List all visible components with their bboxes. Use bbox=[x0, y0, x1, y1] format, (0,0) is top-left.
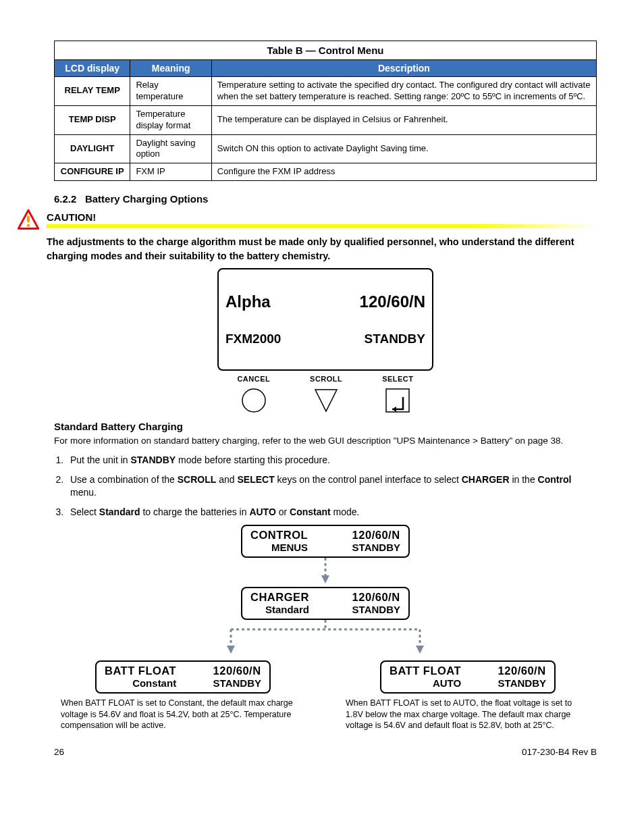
step-1: Put the unit in STANDBY mode before star… bbox=[66, 454, 597, 467]
table-row: RELAY TEMP Relay temperature Temperature… bbox=[55, 77, 597, 106]
table-b-control-menu: Table B — Control Menu LCD display Meani… bbox=[54, 41, 597, 181]
svg-point-2 bbox=[27, 224, 30, 228]
table-caption: Table B — Control Menu bbox=[54, 41, 597, 59]
steps-list: Put the unit in STANDBY mode before star… bbox=[66, 454, 597, 519]
arrow-down-icon bbox=[123, 558, 528, 587]
cell-desc: The temperature can be displayed in Cels… bbox=[211, 105, 596, 134]
th-meaning: Meaning bbox=[130, 60, 211, 77]
subheading-standard-charging: Standard Battery Charging bbox=[54, 421, 597, 432]
cell-lcd: DAYLIGHT bbox=[55, 134, 130, 163]
caption-auto: When BATT FLOAT is set to AUTO, the floa… bbox=[339, 698, 597, 731]
svg-point-3 bbox=[242, 389, 265, 412]
lcd-line1-left: Alpha bbox=[225, 292, 281, 311]
svg-marker-14 bbox=[416, 646, 424, 654]
svg-marker-4 bbox=[315, 390, 337, 411]
table-row: TEMP DISP Temperature display format The… bbox=[55, 105, 597, 134]
table-row: CONFIGURE IP FXM IP Configure the FXM IP… bbox=[55, 163, 597, 181]
caution-divider bbox=[47, 224, 597, 228]
caption-constant: When BATT FLOAT is set to Constant, the … bbox=[54, 698, 312, 731]
caution-block: CAUTION! The adjustments to the charge a… bbox=[17, 209, 597, 263]
lcd-control-menus: CONTROL MENUS 120/60/N STANDBY bbox=[241, 525, 410, 558]
svg-marker-8 bbox=[321, 575, 329, 583]
caution-text: The adjustments to the charge algorithm … bbox=[47, 235, 597, 263]
side-by-side-blocks: BATT FLOAT Constant 120/60/N STANDBY Whe… bbox=[54, 660, 597, 731]
lcd-charger: CHARGER Standard 120/60/N STANDBY bbox=[241, 587, 410, 620]
scroll-button-icon bbox=[310, 387, 342, 414]
menu-diagram: CONTROL MENUS 120/60/N STANDBY CHARGER S… bbox=[123, 525, 528, 659]
section-heading: 6.2.2 Battery Charging Options bbox=[54, 193, 597, 205]
step-2: Use a combination of the SCROLL and SELE… bbox=[66, 473, 597, 499]
lcd-batt-float-auto: BATT FLOAT AUTO 120/60/N STANDBY bbox=[380, 660, 556, 694]
scroll-label: SCROLL bbox=[310, 375, 342, 383]
cell-mean: Relay temperature bbox=[130, 77, 211, 106]
cell-mean: Daylight saving option bbox=[130, 134, 211, 163]
section-number: 6.2.2 bbox=[54, 193, 76, 205]
cell-mean: Temperature display format bbox=[130, 105, 211, 134]
page-footer: 26 017-230-B4 Rev B bbox=[54, 747, 597, 757]
cell-lcd: TEMP DISP bbox=[55, 105, 130, 134]
std-intro: For more information on standard battery… bbox=[54, 435, 597, 447]
doc-id: 017-230-B4 Rev B bbox=[522, 747, 597, 757]
th-lcd: LCD display bbox=[55, 60, 130, 77]
caution-icon bbox=[17, 209, 40, 234]
section-title: Battery Charging Options bbox=[85, 193, 209, 205]
select-button-icon bbox=[382, 387, 413, 414]
select-label: SELECT bbox=[382, 375, 413, 383]
cell-desc: Configure the FXM IP address bbox=[211, 163, 596, 181]
caution-heading: CAUTION! bbox=[47, 211, 597, 223]
cell-mean: FXM IP bbox=[130, 163, 211, 181]
cell-lcd: RELAY TEMP bbox=[55, 77, 130, 106]
lcd-line2-right: STANDBY bbox=[360, 332, 425, 346]
svg-marker-6 bbox=[392, 407, 396, 412]
page-number: 26 bbox=[54, 747, 64, 757]
button-row: CANCEL SCROLL SELECT bbox=[217, 375, 433, 414]
cell-desc: Switch ON this option to activate Daylig… bbox=[211, 134, 596, 163]
lcd-line2-left: FXM2000 bbox=[225, 332, 281, 346]
svg-marker-13 bbox=[227, 646, 235, 654]
cell-desc: Temperature setting to activate the spec… bbox=[211, 77, 596, 106]
cancel-label: CANCEL bbox=[237, 375, 270, 383]
svg-rect-1 bbox=[27, 215, 30, 222]
th-desc: Description bbox=[211, 60, 596, 77]
cell-lcd: CONFIGURE IP bbox=[55, 163, 130, 181]
cancel-button-icon bbox=[237, 387, 270, 414]
branching-arrow-icon bbox=[123, 620, 528, 659]
table-row: DAYLIGHT Daylight saving option Switch O… bbox=[55, 134, 597, 163]
lcd-display-alpha: Alpha FXM2000 120/60/N STANDBY bbox=[217, 268, 433, 371]
lcd-batt-float-constant: BATT FLOAT Constant 120/60/N STANDBY bbox=[95, 660, 271, 694]
lcd-line1-right: 120/60/N bbox=[360, 292, 425, 311]
step-3: Select Standard to charge the batteries … bbox=[66, 506, 597, 519]
